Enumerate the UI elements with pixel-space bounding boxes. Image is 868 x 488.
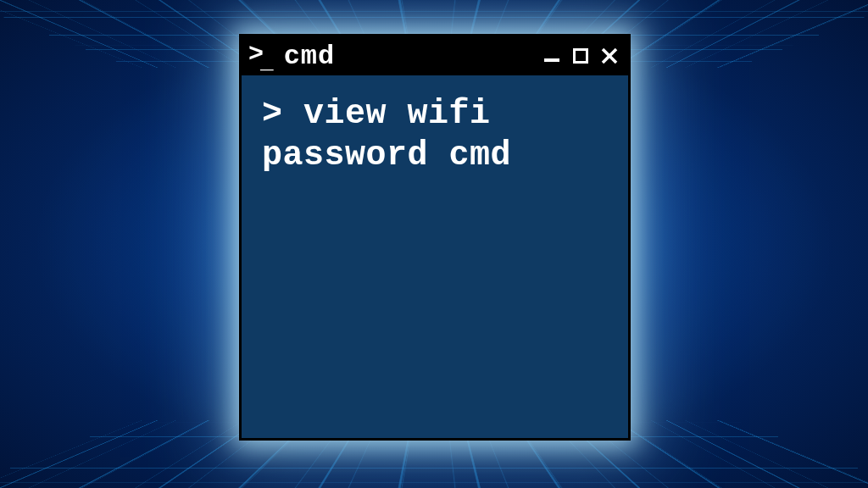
minimize-button[interactable] xyxy=(542,46,562,66)
window-controls xyxy=(542,46,620,66)
titlebar[interactable]: >_ cmd xyxy=(242,36,628,75)
close-button[interactable] xyxy=(599,46,620,66)
window-title: cmd xyxy=(279,41,537,72)
close-icon xyxy=(600,47,619,65)
maximize-button[interactable] xyxy=(570,46,591,66)
terminal-window: >_ cmd > view wifi password cmd xyxy=(239,34,631,441)
terminal-icon: >_ xyxy=(248,43,274,69)
terminal-body[interactable]: > view wifi password cmd xyxy=(242,75,628,196)
prompt-symbol: > xyxy=(262,95,303,133)
minimize-icon xyxy=(544,58,559,62)
prompt-line: > view wifi password cmd xyxy=(262,94,608,177)
maximize-icon xyxy=(573,48,588,64)
